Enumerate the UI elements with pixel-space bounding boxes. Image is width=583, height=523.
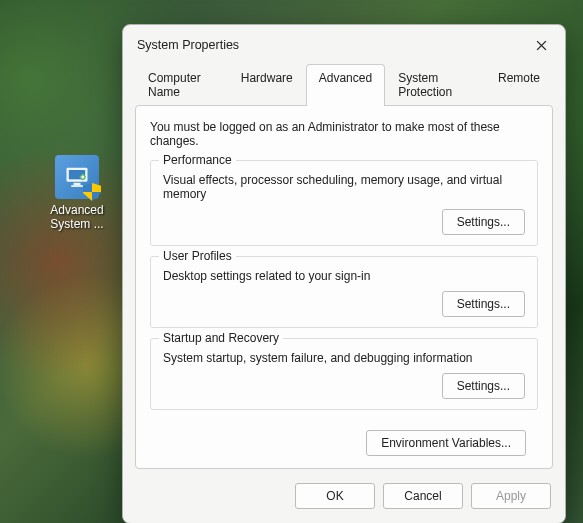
group-desc-performance: Visual effects, processor scheduling, me…	[163, 173, 525, 201]
svg-rect-3	[71, 185, 83, 187]
group-desc-user-profiles: Desktop settings related to your sign-in	[163, 269, 525, 283]
environment-variables-button[interactable]: Environment Variables...	[366, 430, 526, 456]
group-legend-user-profiles: User Profiles	[159, 249, 236, 263]
group-legend-startup-recovery: Startup and Recovery	[159, 331, 283, 345]
uac-shield-icon	[83, 183, 101, 201]
dialog-title: System Properties	[137, 38, 239, 52]
group-performance: Performance Visual effects, processor sc…	[150, 160, 538, 246]
startup-recovery-settings-button[interactable]: Settings...	[442, 373, 525, 399]
cancel-button[interactable]: Cancel	[383, 483, 463, 509]
group-user-profiles: User Profiles Desktop settings related t…	[150, 256, 538, 328]
close-button[interactable]	[529, 33, 553, 57]
tab-system-protection[interactable]: System Protection	[385, 64, 485, 106]
performance-settings-button[interactable]: Settings...	[442, 209, 525, 235]
dialog-button-row: OK Cancel Apply	[123, 469, 565, 523]
tab-computer-name[interactable]: Computer Name	[135, 64, 228, 106]
computer-settings-icon	[55, 155, 99, 199]
tab-remote[interactable]: Remote	[485, 64, 553, 106]
tab-panel-advanced: You must be logged on as an Administrato…	[135, 105, 553, 469]
group-desc-startup-recovery: System startup, system failure, and debu…	[163, 351, 525, 365]
desktop-shortcut-advanced-system[interactable]: Advanced System ...	[42, 155, 112, 231]
user-profiles-settings-button[interactable]: Settings...	[442, 291, 525, 317]
system-properties-dialog: System Properties Computer Name Hardware…	[122, 24, 566, 523]
titlebar: System Properties	[123, 25, 565, 63]
tab-advanced[interactable]: Advanced	[306, 64, 385, 106]
apply-button[interactable]: Apply	[471, 483, 551, 509]
svg-rect-2	[74, 183, 81, 185]
desktop-shortcut-label: Advanced System ...	[42, 203, 112, 231]
group-legend-performance: Performance	[159, 153, 236, 167]
admin-notice-text: You must be logged on as an Administrato…	[150, 120, 538, 148]
tab-hardware[interactable]: Hardware	[228, 64, 306, 106]
ok-button[interactable]: OK	[295, 483, 375, 509]
group-startup-recovery: Startup and Recovery System startup, sys…	[150, 338, 538, 410]
tab-strip: Computer Name Hardware Advanced System P…	[123, 63, 565, 105]
close-icon	[536, 40, 547, 51]
